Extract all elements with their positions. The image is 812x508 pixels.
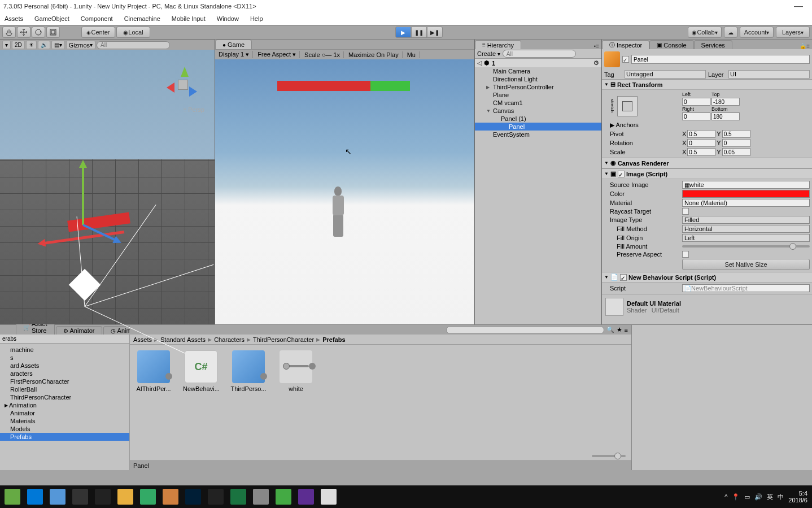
hierarchy-item[interactable]: CM vcam1 (475, 99, 601, 107)
animator-tab[interactable]: ⚙ Animator (56, 326, 102, 335)
color-field[interactable] (682, 190, 810, 198)
tray-battery-icon[interactable]: ▭ (744, 493, 750, 501)
account-dropdown[interactable]: Account ▾ (740, 27, 774, 38)
services-tab[interactable]: Services (694, 40, 732, 49)
object-icon[interactable] (604, 51, 620, 67)
tray-time[interactable]: 5:4 (788, 490, 807, 497)
pivot-y-input[interactable] (722, 130, 750, 138)
pivot-mode-button[interactable]: ◈ Center (81, 27, 115, 38)
lighting-toggle[interactable]: ☀ (26, 41, 37, 49)
asset-item[interactable]: C#NewBehavi... (183, 350, 219, 446)
console-tab[interactable]: ▣ Console (649, 40, 693, 49)
hierarchy-item[interactable]: EventSystem (475, 131, 601, 138)
move-tool-button[interactable] (17, 27, 30, 38)
left-input[interactable] (682, 98, 710, 106)
inspector-tab[interactable]: ⓘ Inspector (602, 40, 649, 49)
collab-dropdown[interactable]: ◉ Collab ▾ (688, 27, 722, 38)
hand-tool-button[interactable] (2, 27, 16, 38)
folder-item[interactable]: ▶Animation (0, 401, 129, 409)
image-type-dropdown[interactable]: Filled (682, 216, 810, 224)
source-image-field[interactable]: ▦ white (682, 181, 810, 189)
2d-toggle[interactable]: 2D (12, 41, 25, 49)
menu-help[interactable]: Help (248, 14, 265, 23)
taskbar-explorer-icon[interactable] (117, 489, 133, 505)
project-options[interactable]: ≡ (625, 327, 628, 333)
hierarchy-tab[interactable]: ≡ Hierarchy (475, 40, 521, 49)
taskbar-app-icon[interactable] (253, 489, 269, 505)
hierarchy-item[interactable]: ▶ThirdPersonController (475, 83, 601, 91)
script-component-header[interactable]: ▼📄 New Behaviour Script (Script) (602, 272, 812, 283)
folder-item[interactable]: machine (0, 346, 129, 354)
persp-label[interactable]: ≡ Persp (184, 106, 204, 113)
anchors-foldout[interactable]: ▶ Anchors (604, 121, 682, 129)
script-field[interactable]: 📄 NewBehaviourScript (682, 284, 810, 292)
scene-search-input[interactable] (97, 41, 170, 49)
tray-volume-icon[interactable]: 🔊 (754, 493, 762, 501)
script-enabled-checkbox[interactable] (620, 274, 627, 281)
project-search-input[interactable] (446, 326, 604, 334)
pivot-x-input[interactable] (687, 130, 715, 138)
scene-settings-icon[interactable]: ⚙ (593, 59, 599, 67)
hierarchy-item[interactable]: Directional Light (475, 75, 601, 83)
taskbar-edge-icon[interactable] (27, 489, 43, 505)
menu-cinemachine[interactable]: Cinemachine (122, 14, 163, 23)
rotate-tool-button[interactable] (32, 27, 45, 38)
breadcrumb-item[interactable]: Characters (214, 336, 245, 343)
maximize-toggle[interactable]: Maximize On Play (345, 51, 403, 58)
preserve-aspect-checkbox[interactable] (682, 251, 689, 258)
audio-toggle[interactable]: 🔊 (38, 41, 50, 49)
taskbar-app-icon[interactable] (321, 489, 337, 505)
layers-dropdown[interactable]: Layers ▾ (776, 27, 810, 38)
tray-ime[interactable]: 英 (767, 493, 773, 501)
display-dropdown[interactable]: Display 1 ▾ (215, 51, 253, 58)
folder-item[interactable]: Animator (0, 409, 129, 417)
menu-mobile-input[interactable]: Mobile Input (169, 14, 208, 23)
taskbar-app-icon[interactable] (50, 489, 66, 505)
step-button[interactable]: ▶❚ (427, 27, 443, 38)
asset-item[interactable]: white (278, 350, 314, 446)
fx-toggle[interactable]: ▤▾ (51, 41, 65, 49)
tray-location-icon[interactable]: 📍 (732, 493, 740, 501)
folder-item[interactable]: Materials (0, 417, 129, 425)
breadcrumb-item[interactable]: Prefabs (322, 336, 345, 343)
gizmos-dropdown[interactable]: Gizmos ▾ (66, 41, 95, 49)
tray-date[interactable]: 2018/6 (788, 497, 807, 503)
space-mode-button[interactable]: ◉ Local (116, 27, 150, 38)
scale-slider[interactable]: Scale ○— 1x (301, 51, 344, 58)
search-save-icon[interactable]: ★ (617, 326, 622, 333)
scale-y-input[interactable] (722, 148, 750, 156)
tray-ime2[interactable]: 中 (778, 493, 784, 501)
game-tab[interactable]: ● Game (215, 40, 252, 49)
active-checkbox[interactable] (622, 56, 629, 63)
folder-item[interactable]: Prefabs (0, 433, 129, 441)
fill-amount-slider[interactable] (682, 245, 810, 248)
rect-transform-header[interactable]: ▼⊞ Rect Transform (602, 80, 812, 90)
taskbar-app-icon[interactable] (208, 489, 224, 505)
create-dropdown[interactable]: Create ▾ (477, 50, 500, 57)
scene-view[interactable]: ≡ Persp (0, 50, 215, 324)
cloud-button[interactable]: ☁ (724, 27, 737, 38)
shader-dropdown[interactable]: UI/Default (652, 307, 679, 314)
rot-y-input[interactable] (722, 139, 750, 147)
folder-item[interactable]: ard Assets (0, 362, 129, 370)
folder-item[interactable]: FirstPersonCharacter (0, 377, 129, 385)
menu-component[interactable]: Component (78, 14, 115, 23)
anchor-preset-button[interactable] (617, 96, 638, 116)
aspect-dropdown[interactable]: Free Aspect ▾ (254, 51, 300, 58)
object-name-input[interactable] (631, 55, 810, 64)
hierarchy-item[interactable]: Panel (475, 123, 601, 131)
search-filter-icon[interactable]: 🔍 (606, 326, 614, 333)
set-native-size-button[interactable]: Set Native Size (682, 259, 810, 270)
taskbar-obs-icon[interactable] (72, 489, 88, 505)
folder-item[interactable]: ThirdPersonCharacter (0, 393, 129, 401)
rot-x-input[interactable] (687, 139, 715, 147)
image-enabled-checkbox[interactable] (618, 171, 625, 177)
top-input[interactable] (711, 98, 740, 106)
taskbar-unity-icon[interactable] (95, 489, 111, 505)
game-view[interactable]: ↖ (215, 59, 474, 324)
folder-item[interactable]: RollerBall (0, 385, 129, 393)
asset-item[interactable]: ThirdPerso... (230, 350, 267, 446)
right-input[interactable] (682, 112, 710, 120)
taskbar-calc-icon[interactable] (140, 489, 156, 505)
folder-item[interactable]: Models (0, 425, 129, 433)
